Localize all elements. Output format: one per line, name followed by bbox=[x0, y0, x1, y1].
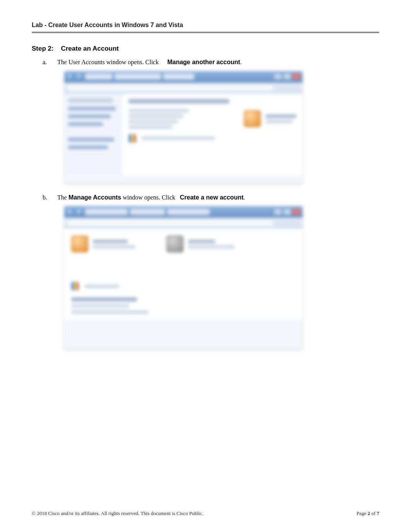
page-of: of bbox=[371, 510, 377, 516]
back-icon bbox=[67, 208, 74, 215]
step-title: Create an Account bbox=[61, 45, 119, 52]
page-label: Page bbox=[356, 510, 368, 516]
avatar bbox=[166, 235, 183, 252]
avatar bbox=[71, 235, 88, 252]
back-icon bbox=[67, 73, 74, 80]
step-heading: Step 2: Create an Account bbox=[32, 45, 379, 53]
list-item: a. The User Accounts window opens. Click… bbox=[43, 58, 379, 66]
text-b-mid: window opens. Click bbox=[121, 194, 177, 201]
minimize-icon bbox=[274, 209, 282, 215]
list-marker-a: a. bbox=[43, 58, 53, 66]
forward-icon bbox=[76, 73, 83, 80]
text-a-bold: Manage another account bbox=[167, 59, 240, 65]
text-b-post: . bbox=[243, 194, 245, 201]
list-item: b. The Manage Accounts window opens. Cli… bbox=[43, 193, 379, 202]
page-number: Page 2 of 7 bbox=[356, 510, 379, 517]
copyright: © 2018 Cisco and/or its affiliates. All … bbox=[32, 510, 203, 517]
step-label: Step 2: bbox=[32, 45, 54, 52]
list-text-b: The Manage Accounts window opens. Click … bbox=[57, 193, 379, 202]
text-b-bold2: Create a new account bbox=[180, 194, 244, 201]
minimize-icon bbox=[274, 73, 282, 80]
shield-icon bbox=[128, 134, 136, 143]
text-a-pre: The User Accounts window opens. Click bbox=[57, 59, 159, 65]
shield-icon bbox=[71, 282, 79, 290]
screenshot-user-accounts bbox=[64, 71, 379, 183]
avatar bbox=[244, 110, 261, 127]
running-header: Lab - Create User Accounts in Windows 7 … bbox=[32, 22, 379, 32]
page-footer: © 2018 Cisco and/or its affiliates. All … bbox=[32, 510, 379, 517]
close-icon bbox=[293, 209, 300, 215]
close-icon bbox=[293, 73, 300, 80]
page-current: 2 bbox=[368, 510, 370, 516]
header-rule bbox=[32, 32, 379, 34]
list-text-a: The User Accounts window opens. Click Ma… bbox=[57, 58, 379, 66]
page-total: 7 bbox=[377, 510, 380, 516]
list-marker-b: b. bbox=[43, 193, 53, 202]
maximize-icon bbox=[283, 73, 291, 80]
screenshot-manage-accounts bbox=[64, 206, 379, 349]
maximize-icon bbox=[283, 209, 291, 215]
text-b-bold1: Manage Accounts bbox=[68, 194, 121, 201]
text-b-pre: The bbox=[57, 194, 68, 201]
text-a-post: . bbox=[240, 59, 242, 65]
forward-icon bbox=[76, 208, 83, 215]
